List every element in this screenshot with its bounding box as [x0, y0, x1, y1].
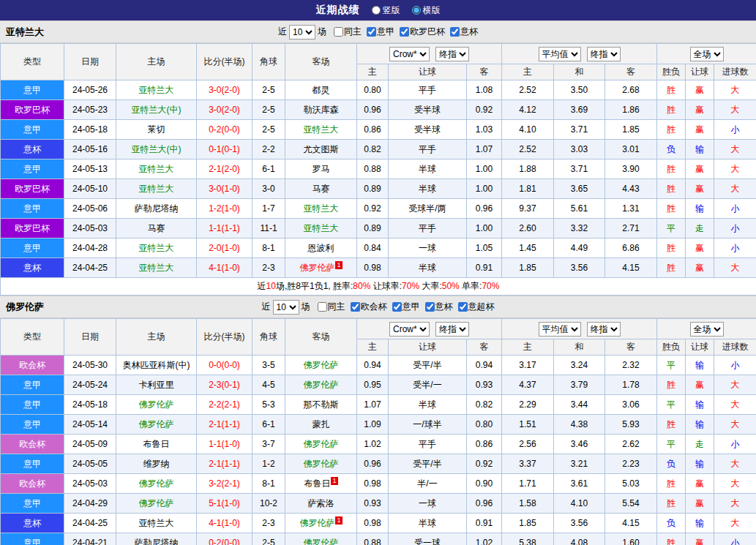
filter-label: 意甲	[403, 301, 420, 313]
home-team: 佛罗伦萨	[116, 395, 197, 415]
horizontal-radio[interactable]	[412, 6, 421, 15]
filter-checkbox-意超杯[interactable]	[458, 302, 468, 312]
away-team-name: 都灵	[312, 85, 330, 95]
filter-意杯[interactable]: 意杯	[445, 26, 478, 38]
avg-home-odds: 5.38	[502, 533, 554, 545]
match-date: 24-05-06	[64, 199, 116, 219]
match-row: 意甲24-04-21萨勒尼塔纳0-2(0-0)2-5佛罗伦萨0.88受一球1.0…	[1, 533, 756, 545]
filter-同主[interactable]: 同主	[312, 301, 345, 313]
result-handicap: 赢	[686, 100, 714, 120]
filter-checkbox-意杯[interactable]	[450, 27, 460, 37]
match-row: 欧罗巴杯24-05-10亚特兰大3-0(1-0)3-0马赛0.89半球1.001…	[1, 179, 756, 199]
handicap-line: 半球	[389, 258, 467, 278]
league-badge: 意甲	[1, 80, 64, 100]
league-badge: 意杯	[1, 258, 64, 278]
home-team-name: 奥林匹亚科斯(中)	[123, 360, 190, 370]
avg-draw-odds: 4.08	[554, 533, 605, 545]
filter-label: 同主	[344, 26, 362, 38]
filter-意甲[interactable]: 意甲	[362, 26, 394, 38]
match-date: 24-05-05	[64, 454, 116, 474]
home-team-name: 马赛	[148, 223, 165, 233]
away-odds: 1.00	[467, 179, 502, 199]
filter-欧会杯[interactable]: 欧会杯	[345, 301, 387, 313]
away-team-name: 佛罗伦萨	[304, 439, 339, 449]
matches-table-fiorentina: 类型 日期 主场 比分(半场) 角球 客场 Crow* 终指 平均值 终指 全场	[0, 318, 756, 545]
avg-select[interactable]: 平均值	[539, 322, 581, 337]
match-date: 24-05-03	[64, 219, 116, 238]
avg-time-select[interactable]: 终指	[587, 47, 621, 61]
away-team-name: 佛罗伦萨	[299, 518, 334, 528]
handicap-line: 平手	[389, 435, 467, 454]
home-team: 佛罗伦萨	[116, 415, 197, 435]
filter-同主[interactable]: 同主	[329, 26, 362, 38]
away-odds: 0.91	[467, 514, 502, 533]
filter-意超杯[interactable]: 意超杯	[453, 301, 495, 313]
home-odds: 0.89	[357, 179, 389, 199]
col-odds-away: 客	[467, 339, 502, 356]
col-avg-away: 客	[605, 64, 657, 80]
result-goals: 大	[714, 80, 756, 100]
home-team: 亚特兰大	[116, 80, 197, 100]
match-score: 3-2(2-1)	[197, 474, 252, 494]
odds-time-select[interactable]: 终指	[435, 47, 469, 61]
avg-draw-odds: 5.61	[554, 199, 605, 219]
filter-欧罗巴杯[interactable]: 欧罗巴杯	[394, 26, 445, 38]
home-team: 奥林匹亚科斯(中)	[116, 356, 197, 375]
home-team-name: 亚特兰大(中)	[132, 105, 181, 115]
away-odds: 0.93	[467, 375, 502, 395]
home-odds: 0.95	[357, 375, 389, 395]
avg-away-odds: 2.32	[605, 356, 657, 375]
vertical-radio[interactable]	[372, 6, 381, 15]
scope-select[interactable]: 全场	[690, 47, 724, 61]
result-goals: 小	[714, 238, 756, 258]
away-team: 佛罗伦萨	[285, 356, 357, 375]
avg-select[interactable]: 平均值	[539, 47, 581, 61]
odds-time-select[interactable]: 终指	[435, 322, 469, 337]
away-odds: 0.91	[467, 258, 502, 278]
filter-checkbox-欧会杯[interactable]	[351, 302, 360, 312]
col-res-wdl: 胜负	[657, 64, 686, 80]
result-wdl: 胜	[657, 120, 686, 140]
filter-checkbox-意杯[interactable]	[425, 302, 435, 312]
result-wdl: 胜	[657, 494, 686, 514]
home-odds: 0.98	[357, 514, 389, 533]
match-score: 2-1(1-1)	[197, 454, 252, 474]
scope-select[interactable]: 全场	[690, 322, 724, 337]
away-team-name: 恩波利	[308, 243, 334, 253]
avg-away-odds: 4.15	[605, 514, 657, 533]
result-goals: 大	[714, 415, 756, 435]
filter-意甲[interactable]: 意甲	[387, 301, 420, 313]
league-badge: 意甲	[1, 494, 64, 514]
col-odds-home: 主	[357, 339, 389, 356]
filter-checkbox-同主[interactable]	[318, 302, 327, 312]
home-odds: 0.84	[357, 238, 389, 258]
recent-count-select[interactable]: 10	[273, 300, 299, 315]
odds-source-header: Crow* 终指	[357, 319, 502, 339]
league-badge: 意甲	[1, 533, 64, 545]
result-handicap: 输	[686, 199, 714, 219]
filter-checkbox-欧罗巴杯[interactable]	[400, 27, 409, 37]
avg-away-odds: 2.68	[605, 80, 657, 100]
filter-checkbox-意甲[interactable]	[367, 27, 376, 37]
match-score: 5-1(1-0)	[197, 494, 252, 514]
col-corner: 角球	[252, 44, 285, 80]
result-goals: 大	[714, 514, 756, 533]
match-date: 24-04-25	[64, 258, 116, 278]
filter-checkbox-意甲[interactable]	[392, 302, 402, 312]
home-odds: 0.96	[357, 100, 389, 120]
avg-home-odds: 4.37	[502, 375, 554, 395]
recent-count-select[interactable]: 10	[289, 25, 315, 40]
odds-company-select[interactable]: Crow*	[389, 47, 430, 61]
odds-company-select[interactable]: Crow*	[389, 322, 430, 337]
layout-radio-vertical[interactable]: 竖版	[372, 4, 400, 17]
layout-radio-horizontal[interactable]: 横版	[412, 4, 441, 17]
vertical-radio-label: 竖版	[383, 4, 400, 17]
corner-score: 6-1	[252, 415, 285, 435]
match-row: 意杯24-05-16亚特兰大(中)0-1(0-1)2-2尤文图斯0.82平手1.…	[1, 140, 756, 159]
filter-checkbox-同主[interactable]	[334, 27, 343, 37]
filter-意杯[interactable]: 意杯	[420, 301, 453, 313]
filter-label: 意甲	[377, 26, 394, 38]
match-score: 3-0(1-0)	[197, 179, 252, 199]
result-goals: 小	[714, 219, 756, 238]
avg-time-select[interactable]: 终指	[587, 322, 621, 337]
